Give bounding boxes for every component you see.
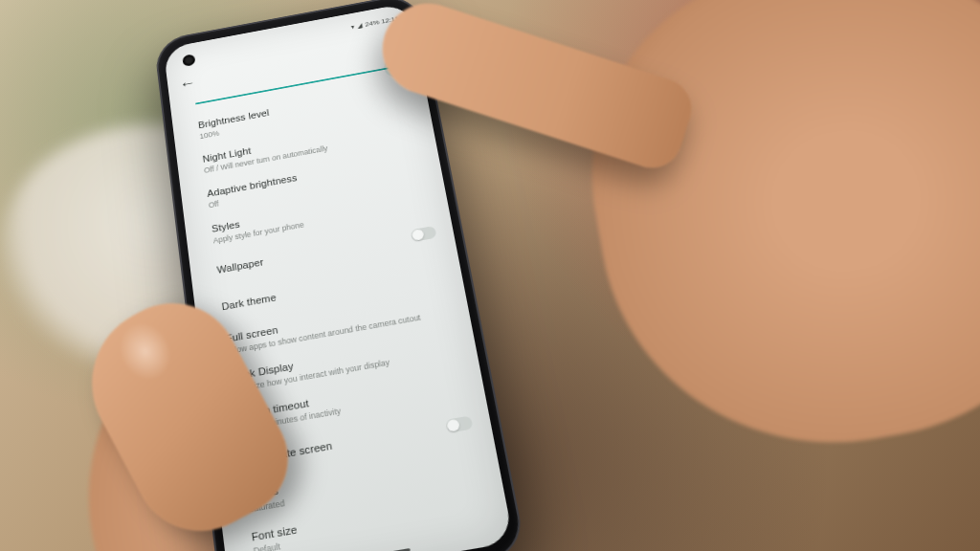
signal-icon: ◢ — [357, 21, 363, 29]
toggle-switch[interactable] — [411, 226, 437, 242]
wifi-icon: ▾ — [350, 23, 355, 31]
photo-scene: ▾ ◢ 24% 12:11 ← Brightness level100%Nigh… — [0, 0, 980, 551]
toggle-switch[interactable] — [445, 415, 474, 433]
back-arrow-icon[interactable]: ← — [176, 74, 199, 94]
